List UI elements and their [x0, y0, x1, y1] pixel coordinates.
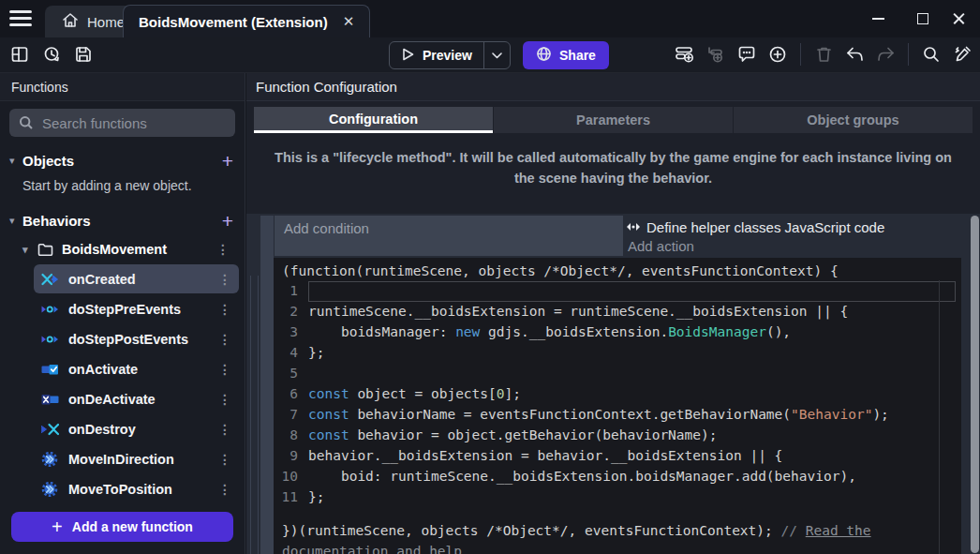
add-condition-button[interactable]: Add condition [275, 216, 623, 256]
function-item-ondeactivate[interactable]: onDeActivate⋮ [34, 384, 239, 413]
code-line-2[interactable]: 2runtimeScene.__boidsExtension = runtime… [274, 302, 961, 322]
search-icon [19, 115, 34, 130]
kebab-menu-icon[interactable]: ⋮ [213, 242, 233, 257]
sidebar-title: Functions [0, 73, 245, 101]
code-text: const behavior = object.getBehavior(beha… [308, 426, 956, 446]
kebab-menu-icon[interactable]: ⋮ [215, 392, 235, 407]
window-minimize-button[interactable] [856, 0, 899, 37]
tab-boidsmovement[interactable]: BoidsMovement (Extension) ✕ [123, 5, 370, 37]
globe-icon [536, 46, 552, 65]
function-item-label: MoveToPosition [68, 482, 215, 497]
kebab-menu-icon[interactable]: ⋮ [215, 272, 235, 287]
function-item-label: onDestroy [68, 422, 215, 437]
window-close-button[interactable] [937, 0, 980, 37]
history-icon[interactable] [39, 42, 64, 67]
function-item-moveindirection[interactable]: MoveInDirection⋮ [34, 444, 239, 473]
code-line-1[interactable]: 1 [274, 281, 961, 302]
add-behavior-button[interactable]: + [222, 211, 233, 231]
kebab-menu-icon[interactable]: ⋮ [215, 362, 235, 377]
toolbar-right-group [673, 42, 974, 67]
events-sheet: Add condition Define helper classes Java… [246, 214, 980, 554]
kebab-menu-icon[interactable]: ⋮ [215, 302, 235, 317]
toolbar-divider [908, 43, 909, 66]
add-function-button[interactable]: + Add a new function [11, 512, 233, 542]
search-icon[interactable] [919, 42, 943, 67]
kebab-menu-icon[interactable]: ⋮ [215, 332, 235, 347]
code-line-11[interactable]: 11}; [274, 487, 961, 508]
step-icon [41, 303, 60, 316]
chevron-down-icon[interactable]: ▾ [9, 155, 22, 167]
home-icon [62, 12, 79, 31]
add-object-button[interactable]: + [222, 151, 233, 171]
code-wrapper-footer: })(runtimeScene, objects /*Object*/, eve… [274, 520, 961, 554]
tab-parameters[interactable]: Parameters [493, 107, 733, 133]
undo-icon[interactable] [842, 42, 867, 67]
code-line-7[interactable]: 7const behaviorName = eventsFunctionCont… [274, 405, 961, 426]
kebab-menu-icon[interactable]: ⋮ [215, 452, 235, 467]
function-item-ondestroy[interactable]: onDestroy⋮ [34, 414, 239, 443]
code-line-10[interactable]: 10 boid: runtimeScene.__boidsExtension.b… [274, 467, 961, 487]
function-item-label: doStepPreEvents [68, 302, 215, 317]
search-functions-input[interactable] [42, 115, 220, 131]
destroy-icon [41, 423, 60, 436]
toolbar: Preview Share [0, 37, 980, 73]
search-functions-box[interactable] [9, 109, 235, 137]
preview-button[interactable]: Preview [389, 41, 511, 69]
code-line-3[interactable]: 3 boidsManager: new gdjs.__boidsExtensio… [274, 322, 961, 343]
line-number: 11 [274, 487, 308, 508]
toolbar-divider [800, 43, 801, 66]
code-text: runtimeScene.__boidsExtension = runtimeS… [308, 302, 956, 322]
code-line-9[interactable]: 9behavior.__boidsExtension = behavior.__… [274, 446, 961, 467]
preview-dropdown-button[interactable] [483, 42, 510, 68]
trash-icon[interactable] [811, 42, 836, 67]
preview-label: Preview [423, 48, 472, 63]
vertical-scrollbar[interactable] [971, 216, 979, 553]
function-item-onactivate[interactable]: onActivate⋮ [34, 354, 239, 383]
function-item-movetoposition[interactable]: MoveToPosition⋮ [34, 474, 239, 503]
tab-configuration[interactable]: Configuration [254, 107, 493, 133]
main-menu-icon[interactable] [9, 10, 32, 27]
code-line-5[interactable]: 5 [274, 364, 961, 384]
save-icon[interactable] [71, 42, 96, 67]
code-text [308, 281, 956, 302]
configuration-tabs: ConfigurationParametersObject groups [254, 107, 973, 133]
line-number: 3 [274, 322, 308, 343]
line-number: 5 [274, 364, 308, 384]
kebab-menu-icon[interactable]: ⋮ [215, 422, 235, 437]
share-button[interactable]: Share [523, 41, 609, 69]
function-item-dosteppostevents[interactable]: doStepPostEvents⋮ [34, 324, 239, 353]
add-action-button[interactable]: Add action [628, 238, 694, 254]
edit-icon[interactable] [950, 42, 974, 67]
code-text: }; [308, 487, 956, 508]
function-item-label: doStepPostEvents [68, 332, 215, 347]
tab-close-icon[interactable]: ✕ [343, 13, 355, 30]
chevron-down-icon[interactable]: ▾ [9, 215, 22, 227]
code-lines: 12runtimeScene.__boidsExtension = runtim… [274, 281, 961, 508]
redo-icon[interactable] [873, 42, 898, 67]
tab-active-label: BoidsMovement (Extension) [139, 14, 328, 30]
code-line-6[interactable]: 6const object = objects[0]; [274, 384, 961, 405]
add-comment-icon[interactable] [735, 42, 759, 67]
add-function-label: Add a new function [72, 519, 193, 534]
footer-code: })(runtimeScene, objects /*Object*/, eve… [282, 523, 781, 538]
layout-panels-icon[interactable] [7, 42, 32, 67]
behavior-group-boidsmovement[interactable]: ▾ BoidsMovement ⋮ [0, 234, 245, 264]
kebab-menu-icon[interactable]: ⋮ [215, 482, 235, 497]
line-number: 7 [274, 405, 308, 426]
title-bar: Home BoidsMovement (Extension) ✕ [0, 0, 980, 37]
objects-header-label[interactable]: Objects [22, 153, 222, 169]
add-event-icon[interactable] [673, 42, 697, 67]
function-item-oncreated[interactable]: onCreated⋮ [34, 264, 239, 293]
event-drag-handle[interactable] [260, 216, 274, 554]
add-subevent-icon[interactable] [704, 42, 728, 67]
event-guide-line [250, 276, 251, 554]
function-item-dosteppreevents[interactable]: doStepPreEvents⋮ [34, 294, 239, 323]
code-line-8[interactable]: 8const behavior = object.getBehavior(beh… [274, 426, 961, 446]
tab-object-groups[interactable]: Object groups [733, 107, 973, 133]
js-code-editor[interactable]: (function(runtimeScene, objects /*Object… [274, 258, 961, 554]
behaviors-header-label[interactable]: Behaviors [22, 213, 222, 229]
code-wrapper-header: (function(runtimeScene, objects /*Object… [274, 261, 961, 281]
add-circle-icon[interactable] [765, 42, 790, 67]
code-line-4[interactable]: 4}; [274, 343, 961, 364]
folder-icon [37, 243, 53, 257]
